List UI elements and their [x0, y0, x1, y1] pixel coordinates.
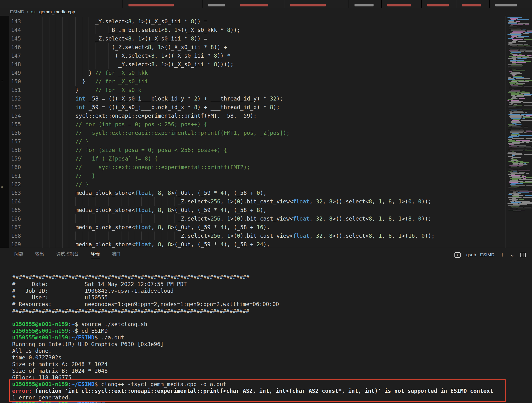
editor-tab[interactable] — [382, 0, 422, 8]
breadcrumb-file[interactable]: gemm_media.cpp — [39, 9, 75, 14]
editor-tab[interactable] — [490, 0, 532, 8]
terminal-line: # Job ID: 1906845.v-qsvr-1.aidevcloud — [12, 287, 501, 294]
line-number: 154 — [0, 111, 21, 120]
code-line[interactable]: 149 } // for _X_s0_kkk — [0, 69, 532, 77]
code-line[interactable]: 151 } // for _X_s0_k — [0, 86, 532, 94]
line-number: 155 — [0, 120, 21, 129]
line-number: 144 — [0, 26, 21, 34]
code-line[interactable]: 145 _Z.select<8, 1>((_X_s0_iii * 8)) = — [0, 34, 532, 43]
terminal-line: # Resources: neednodes=1:gen9:ppn=2,node… — [12, 301, 501, 307]
tab-label-fragment — [290, 4, 326, 6]
code-line[interactable]: 158 // for (size_t posa = 0; posa < 256;… — [0, 146, 532, 154]
code-line[interactable]: 168 _Z.select<256, 1>(0).bit_cast_view<f… — [0, 232, 532, 240]
terminal-line: # Date: Sat 14 May 2022 12:07:55 PM PDT — [12, 281, 501, 287]
code-line[interactable]: 143 _Y.select<8, 1>((_X_s0_iii * 8)) = — [0, 17, 532, 26]
tab-label-fragment — [128, 4, 174, 6]
chevron-down-icon[interactable]: ⌄ — [510, 252, 514, 258]
line-number: 162 — [0, 180, 21, 189]
terminal-line: error: function 'int cl::sycl::ext::onea… — [12, 388, 501, 394]
code-line[interactable]: 161 // } — [0, 171, 532, 180]
editor-tab[interactable] — [234, 0, 284, 8]
terminal-line: u150555@s001-n159:~$ source ./setclang.s… — [12, 321, 501, 327]
line-number: 168 — [0, 232, 21, 240]
line-number: 166 — [0, 214, 21, 223]
editor-tab[interactable] — [0, 0, 123, 8]
line-number: 169 — [0, 240, 21, 248]
bottom-panel: 问题输出调试控制台终端端口 qsub - ESIMD + ⌄ #########… — [0, 248, 532, 403]
line-number: 153 — [0, 103, 21, 111]
line-number: 157 — [0, 137, 21, 146]
terminal-line: u150555@s001-n159:~/ESIMD$ — [12, 401, 501, 403]
vscode-window: ESIMD › gemm_media.cpp ⋯ ▫ p 143 _Y.sele… — [0, 0, 532, 403]
panel-tab[interactable]: 调试控制台 — [56, 251, 79, 259]
minimap[interactable] — [505, 16, 532, 248]
breadcrumb-folder[interactable]: ESIMD — [10, 9, 24, 14]
code-line[interactable]: 160 // sycl::ext::oneapi::experimental::… — [0, 163, 532, 171]
editor-tab[interactable] — [456, 0, 490, 8]
tab-label-fragment — [495, 4, 517, 6]
editor-tab[interactable] — [203, 0, 234, 8]
code-line[interactable]: 166 _Z.select<256, 1>(0).bit_cast_view<f… — [0, 214, 532, 223]
line-number: 163 — [0, 189, 21, 197]
chevron-right-icon: › — [27, 9, 28, 14]
editor-tab[interactable] — [349, 0, 382, 8]
terminal-line: GFlops: 118.106775 — [12, 374, 501, 381]
terminal-line: Size of matrix B: 1024 * 2048 — [12, 368, 501, 374]
code-line[interactable]: 146 (_Z.select<8, 1>((_X_s0_iii * 8)) + — [0, 43, 532, 52]
code-line[interactable]: 148 _Y.select<8, 1>((_X_s0_iii * 8)))); — [0, 60, 532, 69]
editor-tab[interactable] — [422, 0, 456, 8]
code-line[interactable]: 157 // } — [0, 137, 532, 146]
panel-tab[interactable]: 端口 — [112, 251, 121, 259]
code-line[interactable]: 162 // } — [0, 180, 532, 189]
code-line[interactable]: 165 media_block_store<float, 8, 8>(_Out,… — [0, 206, 532, 214]
code-line[interactable]: 155 // for (int pos = 0; pos < 256; pos+… — [0, 120, 532, 129]
line-number: 159 — [0, 154, 21, 163]
code-line[interactable]: 164 _Z.select<256, 1>(0).bit_cast_view<f… — [0, 197, 532, 206]
panel-header: 问题输出调试控制台终端端口 qsub - ESIMD + ⌄ — [0, 248, 532, 262]
code-line[interactable]: 152 int _58 = (((_X_s0_i___block_id_y * … — [0, 94, 532, 103]
code-line[interactable]: 169 media_block_store<float, 8, 8>(_Out,… — [0, 240, 532, 248]
line-number: 146 — [0, 43, 21, 52]
split-terminal-button[interactable] — [520, 253, 526, 257]
tab-label-fragment — [427, 4, 449, 6]
terminal-session-label[interactable]: qsub - ESIMD — [466, 252, 494, 258]
code-line[interactable]: 159 // if (_Z[posa] != 8) { — [0, 154, 532, 163]
code-line[interactable]: 156 // sycl::ext::oneapi::experimental::… — [0, 129, 532, 137]
code-line[interactable]: 163 media_block_store<float, 8, 8>(_Out,… — [0, 189, 532, 197]
terminal-line: u150555@s001-n159:~/ESIMD$ ./a.out — [12, 334, 501, 341]
editor-tab[interactable] — [123, 0, 203, 8]
editor-tab[interactable] — [284, 0, 349, 8]
line-number: 143 — [0, 17, 21, 26]
code-line[interactable]: 150 } // for _X_s0_iii — [0, 77, 532, 86]
panel-actions: qsub - ESIMD + ⌄ — [454, 251, 526, 258]
terminal-line: ########################################… — [12, 274, 501, 281]
line-number: 148 — [0, 60, 21, 69]
code-lines: 143 _Y.select<8, 1>((_X_s0_iii * 8)) =14… — [0, 16, 532, 248]
code-line[interactable]: 153 int _59 = (((_X_s0_j___block_id_x * … — [0, 103, 532, 111]
line-number: 165 — [0, 206, 21, 214]
new-terminal-button[interactable]: + — [500, 251, 504, 258]
line-number: 164 — [0, 197, 21, 206]
panel-tabs: 问题输出调试控制台终端端口 — [14, 251, 121, 259]
line-number: 152 — [0, 94, 21, 103]
terminal-output[interactable]: ########################################… — [12, 274, 501, 403]
code-editor[interactable]: ⋯ ▫ p 143 _Y.select<8, 1>((_X_s0_iii * 8… — [0, 16, 532, 248]
terminal-line: Size of matrix A: 2048 * 1024 — [12, 361, 501, 368]
panel-tab[interactable]: 输出 — [35, 251, 44, 259]
line-number: 160 — [0, 163, 21, 171]
code-line[interactable]: 147 (_X.select<8, 1>((_X_s0_iii * 8)) * — [0, 52, 532, 60]
line-number: 167 — [0, 223, 21, 232]
breadcrumb: ESIMD › gemm_media.cpp — [0, 8, 532, 16]
code-line[interactable]: 167 media_block_store<float, 8, 8>(_Out,… — [0, 223, 532, 232]
terminal-process-icon — [454, 252, 461, 258]
code-line[interactable]: 154 sycl::ext::oneapi::experimental::pri… — [0, 111, 532, 120]
code-line[interactable]: 144 _B_im_buf.select<8, 1>((_X_s0_kkk * … — [0, 26, 532, 34]
tab-label-fragment — [208, 4, 225, 6]
editor-tab-strip — [0, 0, 532, 8]
line-number: 158 — [0, 146, 21, 154]
line-number: 145 — [0, 34, 21, 43]
terminal-line: 1 error generated. — [12, 394, 501, 401]
panel-tab[interactable]: 终端 — [91, 251, 100, 259]
panel-tab[interactable]: 问题 — [14, 251, 23, 259]
terminal-line — [12, 314, 501, 321]
